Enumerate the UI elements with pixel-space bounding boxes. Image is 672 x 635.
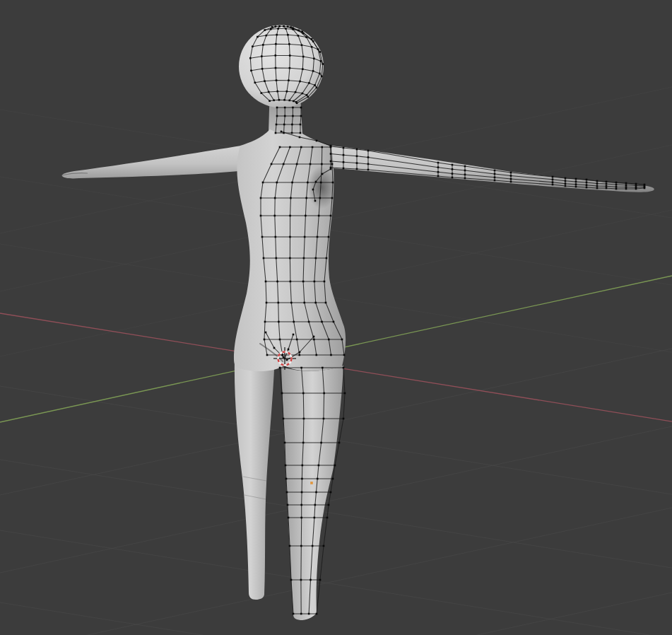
vertex-dot[interactable] xyxy=(510,175,512,177)
vertex-dot[interactable] xyxy=(315,257,317,260)
vertex-dot[interactable] xyxy=(321,76,323,78)
vertex-dot[interactable] xyxy=(644,187,646,190)
vertex-dot[interactable] xyxy=(306,94,308,96)
vertex-dot[interactable] xyxy=(271,26,273,28)
vertex-dot[interactable] xyxy=(494,177,496,179)
vertex-dot[interactable] xyxy=(265,332,267,334)
vertex-dot[interactable] xyxy=(291,182,293,184)
vertex-dot[interactable] xyxy=(262,44,264,46)
vertex-dot[interactable] xyxy=(274,215,276,217)
vertex-dot[interactable] xyxy=(302,281,305,283)
vertex-dot[interactable] xyxy=(314,84,316,86)
vertex-dot[interactable] xyxy=(296,163,298,165)
vertex-dot[interactable] xyxy=(318,215,320,217)
vertex-dot[interactable] xyxy=(313,339,315,341)
vertex-dot[interactable] xyxy=(315,354,317,356)
vertex-dot[interactable] xyxy=(289,146,291,148)
vertex-dot[interactable] xyxy=(312,40,314,42)
vertex-dot[interactable] xyxy=(575,181,577,183)
vertex-dot[interactable] xyxy=(302,93,304,95)
vertex-dot[interactable] xyxy=(302,56,305,58)
vertex-dot[interactable] xyxy=(586,182,588,184)
selected-vertex[interactable] xyxy=(310,482,313,484)
vertex-dot[interactable] xyxy=(305,215,307,217)
vertex-dot[interactable] xyxy=(319,197,322,199)
vertex-dot[interactable] xyxy=(312,70,314,72)
vertex-dot[interactable] xyxy=(326,257,328,260)
vertex-dot[interactable] xyxy=(262,182,264,184)
vertex-dot[interactable] xyxy=(331,163,334,165)
vertex-dot[interactable] xyxy=(330,168,332,170)
vertex-dot[interactable] xyxy=(273,99,275,101)
vertex-dot[interactable] xyxy=(565,182,567,185)
vertex-dot[interactable] xyxy=(300,146,302,148)
vertex-dot[interactable] xyxy=(311,38,313,40)
vertex-dot[interactable] xyxy=(288,349,290,351)
vertex-dot[interactable] xyxy=(289,236,291,238)
vertex-dot[interactable] xyxy=(283,124,285,126)
vertex-dot[interactable] xyxy=(312,545,314,547)
vertex-dot[interactable] xyxy=(279,339,281,341)
vertex-dot[interactable] xyxy=(332,182,334,184)
vertex-dot[interactable] xyxy=(302,465,304,467)
vertex-dot[interactable] xyxy=(452,168,454,170)
vertex-dot[interactable] xyxy=(310,163,312,165)
vertex-dot[interactable] xyxy=(275,25,277,28)
vertex-dot[interactable] xyxy=(316,140,318,142)
vertex-dot[interactable] xyxy=(283,418,285,420)
vertex-dot[interactable] xyxy=(300,517,302,519)
vertex-dot[interactable] xyxy=(287,25,289,28)
vertex-dot[interactable] xyxy=(287,34,289,36)
vertex-dot[interactable] xyxy=(464,177,466,180)
vertex-dot[interactable] xyxy=(596,180,599,182)
vertex-dot[interactable] xyxy=(625,182,627,185)
vertex-dot[interactable] xyxy=(452,164,454,166)
vertex-dot[interactable] xyxy=(298,354,300,356)
vertex-dot[interactable] xyxy=(323,545,325,547)
vertex-dot[interactable] xyxy=(275,43,277,45)
vertex-dot[interactable] xyxy=(330,161,332,163)
vertex-dot[interactable] xyxy=(452,173,454,175)
vertex-dot[interactable] xyxy=(615,182,618,184)
vertex-dot[interactable] xyxy=(300,367,302,369)
vertex-dot[interactable] xyxy=(314,302,317,304)
vertex-dot[interactable] xyxy=(308,82,310,84)
vertex-dot[interactable] xyxy=(565,180,567,182)
vertex-dot[interactable] xyxy=(275,67,277,69)
vertex-dot[interactable] xyxy=(318,465,320,467)
vertex-dot[interactable] xyxy=(281,392,283,395)
vertex-dot[interactable] xyxy=(305,36,307,38)
vertex-dot[interactable] xyxy=(510,181,512,183)
vertex-dot[interactable] xyxy=(319,73,321,75)
vertex-dot[interactable] xyxy=(313,58,315,60)
vertex-dot[interactable] xyxy=(283,99,285,101)
vertex-dot[interactable] xyxy=(301,44,303,46)
vertex-dot[interactable] xyxy=(314,281,316,283)
vertex-dot[interactable] xyxy=(437,166,440,168)
vertex-dot[interactable] xyxy=(343,354,346,356)
vertex-dot[interactable] xyxy=(326,517,329,519)
vertex-dot[interactable] xyxy=(295,91,297,93)
vertex-dot[interactable] xyxy=(278,302,280,304)
vertex-dot[interactable] xyxy=(283,25,285,28)
vertex-dot[interactable] xyxy=(276,115,278,117)
vertex-dot[interactable] xyxy=(596,185,599,187)
vertex-dot[interactable] xyxy=(330,354,332,356)
vertex-dot[interactable] xyxy=(297,35,300,37)
vertex-dot[interactable] xyxy=(275,236,277,238)
vertex-dot[interactable] xyxy=(341,339,343,341)
vertex-dot[interactable] xyxy=(290,197,292,199)
vertex-dot[interactable] xyxy=(565,185,567,187)
vertex-dot[interactable] xyxy=(437,171,440,173)
vertex-dot[interactable] xyxy=(338,442,341,444)
vertex-dot[interactable] xyxy=(276,91,278,93)
vertex-dot[interactable] xyxy=(464,170,466,172)
vertex-dot[interactable] xyxy=(586,179,588,181)
vertex-dot[interactable] xyxy=(343,147,345,149)
vertex-dot[interactable] xyxy=(301,491,303,494)
vertex-dot[interactable] xyxy=(261,68,264,70)
vertex-dot[interactable] xyxy=(278,99,281,101)
vertex-dot[interactable] xyxy=(302,68,304,70)
vertex-dot[interactable] xyxy=(367,169,370,171)
vertex-dot[interactable] xyxy=(276,79,278,81)
